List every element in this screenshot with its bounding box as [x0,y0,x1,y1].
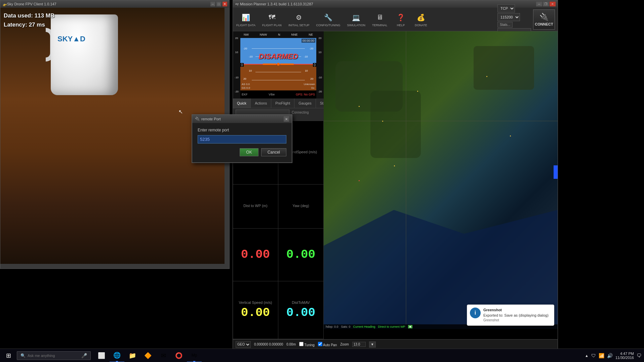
map-type-select[interactable]: GEO [236,341,251,348]
tab-quick[interactable]: Quick [233,98,251,108]
direct-wp-label[interactable]: Direct to current WP [378,325,405,328]
menu-flight-data[interactable]: 📊 FLIGHT DATA [233,8,259,31]
fpv-app-icon: 🚁 [2,2,7,6]
menu-help[interactable]: ❓ HELP [391,8,411,31]
taskbar-explorer[interactable]: 📁 [125,349,140,362]
aircraft-crosshair [263,63,294,66]
clock-time: 4:47 PM [615,352,634,356]
left-zero-indicator: 0 [240,63,244,67]
taskbar-task-view[interactable]: ⬜ [94,349,109,362]
stats-area: TCP 115200 Stats... [497,4,531,34]
taskbar-store[interactable]: 🔶 [140,349,155,362]
menu-initial-setup[interactable]: ⚙ INITIAL SETUP [285,8,313,31]
dialog-buttons: OK Cancel [198,148,286,158]
search-input[interactable] [28,354,79,358]
mp-menubar: 📊 FLIGHT DATA 🗺 FLIGHT PLAN ⚙ INITIAL SE… [233,8,558,31]
tray-network: 📶 [599,353,604,358]
dist-wp-label: Dist to WP (m) [243,204,267,208]
notif-text: Greenshot Exported to: Save as (displayi… [483,308,549,323]
taskbar-mail[interactable]: ✉ [156,349,171,362]
menu-flight-plan-label: FLIGHT PLAN [262,24,282,27]
mp-right-panel: i Greenshot Exported to: Save as (displa… [324,31,558,339]
dialog-ok-btn[interactable]: OK [240,148,258,156]
tabs-area: Quick Actions PreFlight Gauges Status Se… [233,98,324,108]
scale-bar-left: 20 10 -10 -20 [233,31,240,98]
pitch-line-20: -20 -20 [252,48,305,49]
menu-config-tuning-label: CONFIG/TUNING [316,24,340,27]
notif-message: Exported to: Save as (displaying dialog) [483,313,549,318]
dialog-icon: 🔌 [195,117,200,121]
map-coords: 0.000000 0.000000 [254,343,283,346]
fpv-minimize-btn[interactable]: ─ [210,2,215,6]
pitch-line-neg10: 10 10 [255,72,301,72]
tray-notifications[interactable]: 🗨 [637,353,641,358]
mp-app-icon: 🛩 [235,2,239,6]
zoom-control-btn[interactable]: ▼ [369,341,376,348]
mp-statusbar: GEO 0.000000 0.000000 0.00m Tuning Auto … [233,339,558,349]
zoom-input[interactable] [352,342,366,347]
current-heading-label[interactable]: Current Heading [353,325,375,328]
tab-actions[interactable]: Actions [251,98,271,108]
menu-donate[interactable]: 💰 DONATE [411,8,431,31]
taskbar-mp[interactable]: Mp [187,349,202,362]
auto-pan-label: Auto Pan [318,342,337,347]
tab-gauges[interactable]: Gauges [294,98,316,108]
map-elevation: 0.00m [286,343,296,346]
dist-mav-cell: DistToMAV 0.00 [278,281,324,339]
yaw-label: Yaw (deg) [292,204,309,208]
mp-window: 🛩 Mission Planner 1.3.41 build 1.1.6110.… [233,0,558,350]
yaw-cell: Yaw (deg) [278,185,324,229]
fpv-titlebar: 🚁 Sky Drone FPV Client 1.0.147 ─ □ ✕ [0,0,229,8]
taskbar-edge[interactable]: 🌐 [110,349,124,362]
fpv-horizontal-scrollbar[interactable] [0,264,229,269]
greenshot-notification: i Greenshot Exported to: Save as (displa… [467,305,554,326]
taskbar-tray: ▲ 🛡 📶 🔊 4:47 PM 11/30/2016 🗨 [582,352,644,360]
search-mic-icon: 🔍 [21,353,26,358]
help-icon: ❓ [395,12,406,23]
stats-button[interactable]: Stats... [497,22,513,28]
auto-pan-checkbox[interactable] [318,342,322,346]
tray-show-hidden[interactable]: ▲ [585,354,589,358]
start-button[interactable]: ⊞ [0,349,17,362]
connect-button[interactable]: 🔌 CONNECT [533,9,555,30]
dialog-body: Enter remote port 5235 OK Cancel [192,123,292,162]
menu-terminal[interactable]: 🖥 TERMINAL [369,8,391,31]
satellite-map[interactable] [324,31,558,329]
baud-rate-select[interactable]: 115200 [497,13,520,21]
flight-plan-icon: 🗺 [267,12,277,23]
tray-antivirus: 🛡 [591,353,596,358]
taskbar: ⊞ 🔍 🎤 ⬜ 🌐 📁 🔶 ✉ ⭕ Mp ▲ 🛡 📶 🔊 4:47 PM 11/… [0,349,644,362]
menu-donate-label: DONATE [415,24,427,27]
dialog-cancel-btn[interactable]: Cancel [261,148,286,156]
vspeed-cell: Vertical Speed (m/s) 0.00 [233,281,278,339]
menu-simulation[interactable]: 💻 SIMULATION [344,8,369,31]
tray-time: 4:47 PM 11/30/2016 [615,352,634,360]
fpv-maximize-btn[interactable]: □ [216,2,221,6]
dist-mav-label: DistToMAV [292,300,310,305]
dialog-close-btn[interactable]: ✕ [284,116,289,122]
mp-close-btn[interactable]: ✕ [550,2,556,6]
connect-icon: 🔌 [539,13,549,22]
hud-timer: 00:00:00 [301,39,315,43]
zoom-label: Zoom [340,343,349,346]
menu-config-tuning[interactable]: 🔧 CONFIG/TUNING [313,8,344,31]
groundspeed-value-cell: 0.00 [278,229,324,281]
city-light [510,135,511,136]
terminal-icon: 🖥 [374,12,385,23]
taskbar-app5[interactable]: ⭕ [171,349,186,362]
tuning-checkbox[interactable] [299,342,304,346]
dialog-port-input[interactable]: 5235 [198,135,286,144]
mic-icon: 🎤 [81,353,87,358]
simulation-icon: 💻 [351,12,362,23]
map-scroll-indicator[interactable] [554,165,558,179]
connection-type-select[interactable]: TCP [497,4,515,12]
as-gs-display: AS 0.0 GS 0.0 [242,82,250,90]
menu-flight-plan[interactable]: 🗺 FLIGHT PLAN [259,8,285,31]
mp-left-panel: NW NNW N NNE NE 20 10 -10 -20 20 10 [233,31,324,339]
latency-label: Latency: 27 ms [4,20,54,29]
tab-preflight[interactable]: PreFlight [271,98,294,108]
fpv-close-btn[interactable]: ✕ [223,2,227,6]
fpv-title: Sky Drone FPV Client 1.0.147 [7,2,210,6]
mp-restore-btn[interactable]: ❐ [543,2,549,6]
mp-minimize-btn[interactable]: ─ [536,2,542,6]
